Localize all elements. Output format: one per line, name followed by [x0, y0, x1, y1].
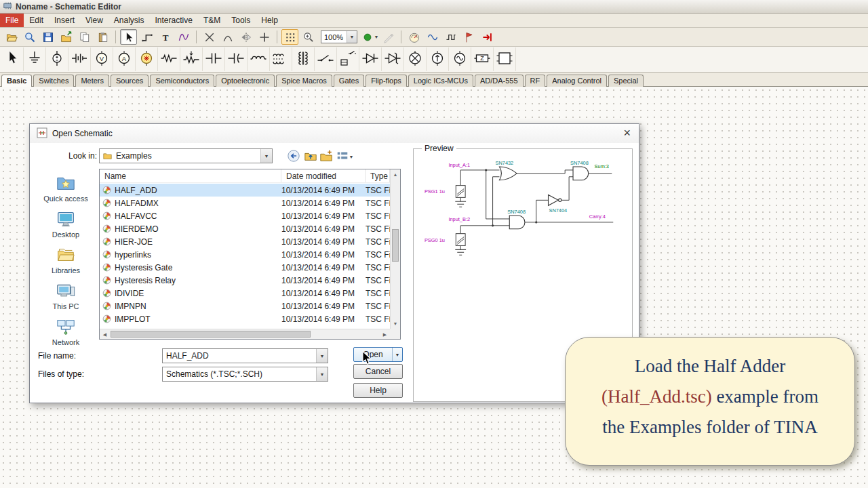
tab-ad-da-555[interactable]: AD/DA-555 — [475, 75, 524, 87]
tab-logic-ics-mcus[interactable]: Logic ICs-MCUs — [408, 75, 473, 87]
tab-semiconductors[interactable]: Semiconductors — [150, 75, 214, 87]
horizontal-scrollbar[interactable]: ◀ ▶ — [100, 329, 390, 339]
preview-zoom-button[interactable] — [21, 29, 38, 45]
new-folder-button[interactable] — [319, 149, 334, 164]
place-desktop[interactable]: Desktop — [35, 209, 96, 239]
component-coupled-inductor-button[interactable] — [270, 47, 292, 71]
column-header-type[interactable]: Type — [366, 169, 390, 182]
scroll-up-icon[interactable]: ▲ — [391, 169, 400, 180]
mirror-tool-button[interactable] — [237, 29, 254, 45]
transient-analysis-button[interactable] — [442, 29, 459, 45]
file-row[interactable]: IDIVIDE10/13/2014 6:49 PMTSC Fi — [100, 287, 390, 300]
back-button[interactable] — [286, 149, 301, 164]
pen-tool-button[interactable] — [380, 29, 397, 45]
waveform-tool-button[interactable] — [175, 29, 192, 45]
component-diode-button[interactable] — [359, 47, 382, 71]
component-battery-button[interactable] — [68, 47, 91, 71]
component-select-button[interactable] — [1, 47, 24, 71]
column-header-date-modified[interactable]: Date modified — [281, 169, 366, 182]
component-voltmeter-button[interactable]: V — [91, 47, 113, 71]
component-impedance-button[interactable]: Z — [471, 47, 494, 71]
component-capacitor-button[interactable] — [203, 47, 225, 71]
menu-tools[interactable]: Tools — [226, 14, 256, 27]
tab-gates[interactable]: Gates — [334, 75, 364, 87]
component-potentiometer-button[interactable] — [180, 47, 203, 71]
look-in-select[interactable]: Examples ▼ — [99, 148, 273, 163]
ac-analysis-button[interactable] — [424, 29, 441, 45]
component-ground-button[interactable] — [24, 47, 46, 71]
vertical-scrollbar[interactable]: ▲ ▼ — [390, 169, 400, 329]
file-row[interactable]: HIERDEMO10/13/2014 6:49 PMTSC Fi — [100, 222, 390, 235]
component-electrolytic-capacitor-button[interactable] — [225, 47, 248, 71]
tab-spice-macros[interactable]: Spice Macros — [276, 75, 332, 87]
horizontal-scrollbar-thumb[interactable] — [111, 331, 311, 338]
file-row[interactable]: IMPNPN10/13/2014 6:49 PMTSC Fi — [100, 300, 390, 312]
color-picker-button[interactable]: ▼ — [361, 29, 378, 45]
open-button[interactable] — [3, 29, 20, 45]
tab-analog-control[interactable]: Analog Control — [547, 75, 607, 87]
tab-meters[interactable]: Meters — [75, 75, 109, 87]
copy-button[interactable] — [76, 29, 93, 45]
help-button[interactable]: Help — [353, 383, 403, 398]
chevron-down-icon[interactable]: ▼ — [316, 367, 328, 381]
tab-flip-flops[interactable]: Flip-flops — [366, 75, 407, 87]
scroll-right-icon[interactable]: ▶ — [380, 329, 390, 340]
vertical-scrollbar-thumb[interactable] — [392, 229, 399, 262]
title-bar[interactable]: Noname - Schematic Editor — [0, 0, 868, 14]
export-button[interactable] — [58, 29, 75, 45]
file-row[interactable]: HIER-JOE10/13/2014 6:49 PMTSC Fi — [100, 235, 390, 248]
scroll-down-icon[interactable]: ▼ — [391, 319, 400, 329]
file-row[interactable]: HALF_ADD10/13/2014 6:49 PMTSC Fi — [100, 184, 390, 197]
menu-help[interactable]: Help — [256, 14, 283, 27]
views-menu-button[interactable]: ▼ — [334, 149, 355, 164]
chevron-down-icon[interactable]: ▼ — [316, 349, 328, 363]
place-this-pc[interactable]: This PC — [35, 281, 96, 310]
place-quick-access[interactable]: Quick access — [35, 173, 96, 203]
column-header-name[interactable]: Name — [100, 169, 281, 182]
paste-button[interactable] — [94, 29, 111, 45]
tab-sources[interactable]: Sources — [111, 75, 149, 87]
menu-tm[interactable]: T&M — [198, 14, 226, 27]
menu-interactive[interactable]: Interactive — [150, 14, 198, 27]
component-ac-source-button[interactable] — [449, 47, 471, 71]
chevron-down-icon[interactable]: ▼ — [260, 149, 272, 163]
component-ammeter-button[interactable]: A — [113, 47, 136, 71]
component-macro-button[interactable] — [494, 47, 516, 71]
file-name-input[interactable]: HALF_ADD ▼ — [162, 348, 328, 363]
text-tool-button[interactable]: T — [157, 29, 174, 45]
component-switch-button[interactable] — [315, 47, 337, 71]
component-zener-diode-button[interactable] — [382, 47, 404, 71]
tab-special[interactable]: Special — [608, 75, 644, 87]
files-of-type-select[interactable]: Schematics (*.TSC;*.SCH) ▼ — [162, 367, 328, 382]
place-libraries[interactable]: Libraries — [35, 245, 96, 274]
place-network[interactable]: Network — [35, 317, 96, 346]
run-interactive-button[interactable] — [479, 29, 496, 45]
tab-optoelectronic[interactable]: Optoelectronic — [216, 75, 275, 87]
file-row[interactable]: hyperlinks10/13/2014 6:49 PMTSC Fi — [100, 248, 390, 261]
grid-toggle-button[interactable] — [281, 29, 298, 45]
component-current-source-button[interactable] — [427, 47, 449, 71]
component-lamp-button[interactable] — [404, 47, 427, 71]
select-cursor-button[interactable] — [120, 29, 137, 45]
file-row[interactable]: Hysteresis Relay10/13/2014 6:49 PMTSC Fi — [100, 274, 390, 287]
zoom-level-select[interactable]: 100% ▼ — [321, 30, 357, 43]
arc-tool-button[interactable] — [219, 29, 236, 45]
node-tool-button[interactable] — [256, 29, 273, 45]
zoom-in-button[interactable] — [300, 29, 317, 45]
file-row[interactable]: HALFAVCC10/13/2014 6:49 PMTSC Fi — [100, 209, 390, 222]
file-row[interactable]: HALFADMX10/13/2014 6:49 PMTSC Fi — [100, 197, 390, 209]
chevron-down-icon[interactable]: ▼ — [347, 31, 357, 43]
file-row[interactable]: Hysteresis Gate10/13/2014 6:49 PMTSC Fi — [100, 261, 390, 274]
wire-tool-button[interactable] — [138, 29, 155, 45]
dc-analysis-button[interactable] — [406, 29, 422, 45]
menu-view[interactable]: View — [80, 14, 108, 27]
open-dropdown-icon[interactable]: ▼ — [392, 348, 402, 361]
component-inductor-button[interactable] — [248, 47, 270, 71]
component-transformer-button[interactable] — [292, 47, 315, 71]
component-relay-button[interactable] — [337, 47, 359, 71]
save-button[interactable] — [39, 29, 56, 45]
close-icon[interactable]: × — [623, 126, 631, 140]
component-resistor-button[interactable] — [158, 47, 180, 71]
component-voltage-source-button[interactable] — [46, 47, 68, 71]
menu-edit[interactable]: Edit — [24, 14, 49, 27]
